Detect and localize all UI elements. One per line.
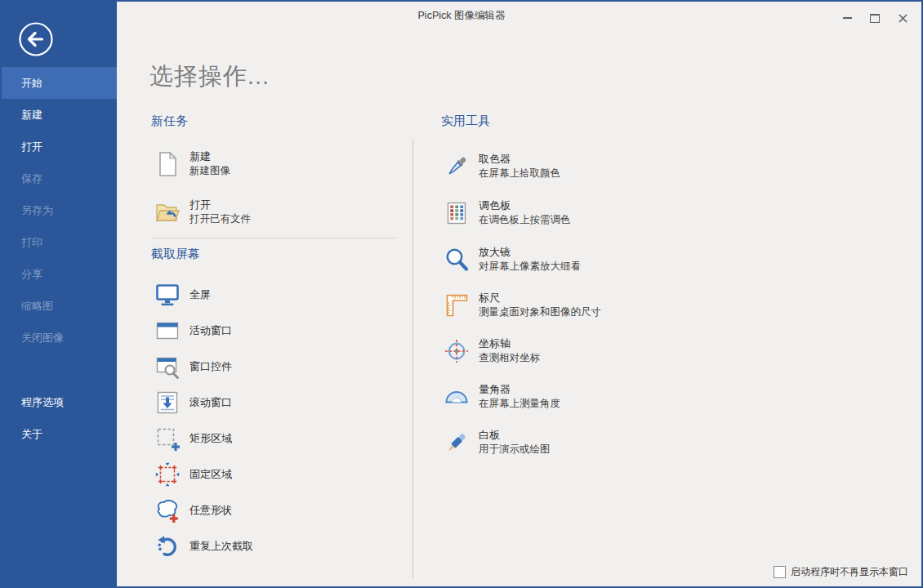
sidebar-item-print: 打印 bbox=[2, 226, 117, 258]
ruler-icon bbox=[443, 292, 470, 319]
window-controls bbox=[833, 8, 916, 28]
color-palette-icon bbox=[443, 199, 470, 227]
new-document-icon bbox=[154, 150, 181, 178]
repeat-last-capture-icon bbox=[154, 532, 181, 560]
minimize-button[interactable] bbox=[833, 8, 861, 28]
startup-hide-label: 启动程序时不再显示本窗口 bbox=[791, 565, 908, 579]
fullscreen-icon bbox=[154, 281, 181, 309]
open-folder-icon bbox=[154, 198, 181, 226]
capture-fullscreen[interactable]: 全屏 bbox=[154, 278, 403, 311]
capture-repeat-last[interactable]: 重复上次截取 bbox=[154, 530, 403, 563]
tool-ruler[interactable]: 标尺 测量桌面对象和图像的尺寸 bbox=[443, 291, 725, 319]
main-content: 选择操作... 新任务 新建 新建图像 bbox=[117, 2, 921, 586]
maximize-button[interactable] bbox=[861, 8, 889, 28]
capture-freeform-region[interactable]: 任意形状 bbox=[154, 494, 403, 527]
tool-crosshair[interactable]: 坐标轴 查测相对坐标 bbox=[443, 336, 725, 365]
crosshair-icon bbox=[443, 337, 470, 365]
tool-protractor[interactable]: 量角器 在屏幕上测量角度 bbox=[443, 382, 725, 411]
sidebar-item-save-as: 另存为 bbox=[2, 194, 117, 226]
sidebar-item-start[interactable]: 开始 bbox=[2, 67, 117, 99]
color-picker-icon bbox=[443, 153, 470, 180]
active-window-icon bbox=[154, 317, 181, 345]
sidebar-item-close-image: 关闭图像 bbox=[2, 322, 117, 354]
close-button[interactable] bbox=[889, 8, 916, 28]
sidebar-nav-footer: 程序选项 关于 bbox=[2, 386, 117, 450]
horizontal-divider bbox=[151, 238, 396, 238]
minimize-icon bbox=[843, 17, 852, 19]
freeform-region-icon bbox=[154, 497, 181, 524]
protractor-icon bbox=[443, 383, 470, 411]
capture-fixed-region[interactable]: 固定区域 bbox=[154, 458, 403, 491]
action-new[interactable]: 新建 新建图像 bbox=[154, 149, 403, 178]
action-title: 新建 bbox=[190, 149, 230, 164]
sidebar-item-about[interactable]: 关于 bbox=[2, 418, 117, 450]
picpick-window: PicPick 图像编辑器 开始 新建 打开 保存 另存为 打印 分享 bbox=[0, 0, 923, 588]
section-header-tools: 实用工具 bbox=[441, 114, 490, 129]
magnifier-icon bbox=[443, 246, 470, 274]
page-title: 选择操作... bbox=[149, 60, 270, 93]
capture-active-window[interactable]: 活动窗口 bbox=[154, 314, 403, 347]
action-subtitle: 打开已有文件 bbox=[190, 212, 251, 226]
window-control-icon bbox=[154, 353, 181, 381]
sidebar-item-open[interactable]: 打开 bbox=[2, 131, 117, 163]
startup-hide-checkbox[interactable] bbox=[774, 566, 786, 578]
fixed-region-icon bbox=[154, 461, 181, 488]
action-open[interactable]: 打开 打开已有文件 bbox=[154, 198, 403, 226]
back-button[interactable] bbox=[18, 21, 54, 57]
rectangle-region-icon bbox=[154, 425, 181, 452]
sidebar-item-options[interactable]: 程序选项 bbox=[2, 386, 117, 418]
section-header-new-tasks: 新任务 bbox=[151, 114, 188, 129]
action-title: 打开 bbox=[190, 198, 251, 212]
sidebar-nav: 开始 新建 打开 保存 另存为 打印 分享 缩略图 关闭图像 bbox=[2, 67, 117, 354]
sidebar-item-save: 保存 bbox=[2, 163, 117, 194]
tool-color-palette[interactable]: 调色板 在调色板上按需调色 bbox=[443, 198, 725, 227]
capture-window-control[interactable]: 窗口控件 bbox=[154, 350, 403, 383]
tool-whiteboard[interactable]: 白板 用于演示或绘图 bbox=[443, 428, 725, 457]
capture-rectangle-region[interactable]: 矩形区域 bbox=[154, 422, 403, 455]
sidebar-item-new[interactable]: 新建 bbox=[2, 99, 117, 131]
back-arrow-icon bbox=[18, 21, 54, 57]
close-icon bbox=[898, 14, 907, 23]
tool-magnifier[interactable]: 放大镜 对屏幕上像素放大细看 bbox=[443, 245, 725, 274]
startup-hide-option[interactable]: 启动程序时不再显示本窗口 bbox=[774, 565, 908, 579]
sidebar-item-share: 分享 bbox=[2, 258, 117, 290]
action-subtitle: 新建图像 bbox=[190, 164, 230, 178]
maximize-icon bbox=[870, 14, 880, 23]
scrolling-window-icon bbox=[154, 389, 181, 416]
tool-color-picker[interactable]: 取色器 在屏幕上拾取颜色 bbox=[443, 152, 725, 180]
sidebar-item-thumbnail: 缩略图 bbox=[2, 290, 117, 322]
capture-scrolling-window[interactable]: 滚动窗口 bbox=[154, 386, 403, 419]
vertical-divider bbox=[412, 139, 413, 578]
section-header-screen-capture: 截取屏幕 bbox=[151, 247, 200, 262]
whiteboard-icon bbox=[443, 429, 470, 457]
sidebar: 开始 新建 打开 保存 另存为 打印 分享 缩略图 关闭图像 程序选项 关于 bbox=[2, 2, 117, 586]
